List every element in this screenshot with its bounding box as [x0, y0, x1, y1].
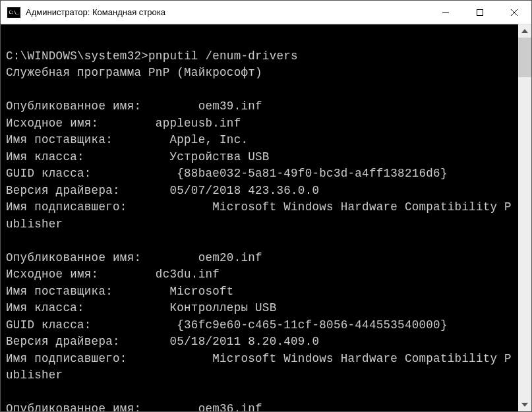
window-controls: [429, 1, 531, 24]
svg-marker-5: [521, 403, 528, 407]
scrollbar[interactable]: [518, 24, 531, 411]
svg-rect-1: [477, 9, 483, 15]
scroll-thumb[interactable]: [518, 38, 531, 77]
scroll-track[interactable]: [518, 38, 531, 398]
close-button[interactable]: [497, 1, 531, 24]
scroll-down-button[interactable]: [518, 398, 531, 411]
minimize-button[interactable]: [429, 1, 463, 24]
titlebar: Администратор: Командная строка: [1, 1, 531, 24]
maximize-button[interactable]: [463, 1, 497, 24]
window-title: Администратор: Командная строка: [26, 7, 429, 17]
scroll-up-button[interactable]: [518, 24, 531, 38]
cmd-icon: [7, 7, 20, 18]
console-output[interactable]: C:\WINDOWS\system32>pnputil /enum-driver…: [1, 24, 518, 411]
console-area: C:\WINDOWS\system32>pnputil /enum-driver…: [1, 24, 531, 411]
svg-marker-4: [521, 29, 528, 33]
